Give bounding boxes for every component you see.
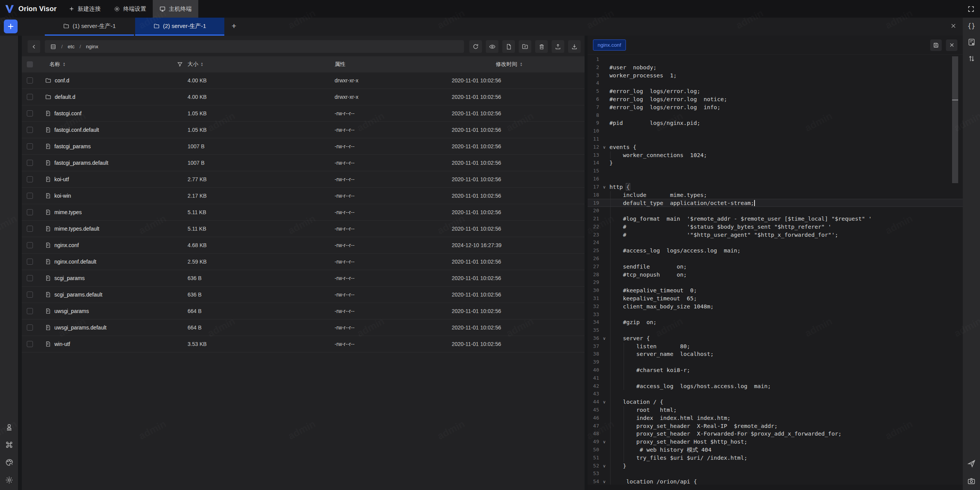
filter-funnel-icon[interactable] [177,61,183,67]
code-line[interactable]: 51 try_files $uri $uri/ /index.html; [588,454,963,462]
menu-host-terminal[interactable]: 主机终端 [153,0,198,18]
file-name-cell[interactable]: nginx.conf.default [39,259,169,265]
toggle-hidden-files-button[interactable] [486,40,498,53]
file-name-cell[interactable]: mime.types.default [39,226,169,232]
fold-chevron-icon[interactable]: ∨ [599,183,609,191]
code-line[interactable]: 19 default_type application/octet-stream… [588,199,963,207]
menu-new-connection[interactable]: 新建连接 [62,0,107,18]
sort-name-carets[interactable]: ▲▼ [63,62,65,67]
open-file-tag[interactable]: nginx.conf [593,39,626,51]
row-checkbox[interactable] [27,324,33,331]
code-line[interactable]: 16 [588,175,963,183]
code-line[interactable]: 25 #access_log logs/access.log main; [588,247,963,255]
code-line[interactable]: 48 proxy_set_header X-Forwarded-For $pro… [588,430,963,438]
code-line[interactable]: 47 proxy_set_header X-Real-IP $remote_ad… [588,422,963,430]
send-command-icon[interactable] [967,459,976,468]
table-row[interactable]: fastcgi_params.default1007 B-rw-r--r--20… [22,155,585,171]
transfer-updown-icon[interactable] [967,54,976,63]
code-line[interactable]: 6#error_log logs/error.log notice; [588,95,963,103]
code-line[interactable]: 54∨ location /orion/api { [588,478,963,485]
table-row[interactable]: uwsgi_params664 B-rw-r--r--2020-11-01 10… [22,303,585,320]
breadcrumb-nginx[interactable]: nginx [86,44,98,49]
table-row[interactable]: koi-win2.17 KB-rw-r--r--2020-11-01 10:02… [22,188,585,204]
file-name-cell[interactable]: fastcgi_params.default [39,160,169,166]
code-line[interactable]: 4 [588,79,963,87]
tab-server-2[interactable]: (2) server-生产-1 [135,18,224,36]
code-line[interactable]: 26 [588,255,963,263]
code-line[interactable]: 9#pid logs/nginx.pid; [588,119,963,127]
code-line[interactable]: 36∨ server { [588,334,963,343]
code-line[interactable]: 46 index index.html index.htm; [588,414,963,422]
code-line[interactable]: 2#user nobody; [588,64,963,72]
file-name-cell[interactable]: win-utf [39,341,169,347]
select-all-checkbox[interactable] [27,61,33,67]
row-checkbox[interactable] [27,226,33,232]
fold-chevron-icon[interactable]: ∨ [599,438,609,446]
table-row[interactable]: scgi_params636 B-rw-r--r--2020-11-01 10:… [22,270,585,287]
fold-chevron-icon[interactable]: ∨ [599,143,609,151]
sort-mtime-carets[interactable]: ▲▼ [520,62,523,67]
row-checkbox[interactable] [27,127,33,133]
tab-server-1[interactable]: (1) server-生产-1 [45,18,134,36]
variables-braces-icon[interactable]: {} [967,22,975,30]
table-row[interactable]: default.d4.00 KBdrwxr-xr-x2020-11-01 10:… [22,89,585,105]
add-tab-button[interactable]: + [232,18,236,34]
code-line[interactable]: 50 # web history 模式 404 [588,446,963,454]
fold-chevron-icon[interactable]: ∨ [599,478,609,485]
editor-hscrollbar[interactable] [588,485,963,490]
editor-scrollbar[interactable] [952,56,958,183]
row-checkbox[interactable] [27,193,33,199]
fold-chevron-icon[interactable]: ∨ [599,334,609,343]
code-line[interactable]: 3worker_processes 1; [588,72,963,80]
code-line[interactable]: 29 [588,279,963,287]
row-checkbox[interactable] [27,110,33,116]
row-checkbox[interactable] [27,242,33,248]
code-line[interactable]: 34 #gzip on; [588,318,963,326]
row-checkbox[interactable] [27,94,33,100]
user-icon[interactable] [5,423,13,431]
delete-button[interactable] [535,40,548,53]
code-line[interactable]: 53 [588,470,963,478]
refresh-button[interactable] [469,40,482,53]
code-line[interactable]: 44∨ location / { [588,398,963,406]
snippet-doc-icon[interactable] [967,38,976,46]
row-checkbox[interactable] [27,308,33,314]
row-checkbox[interactable] [27,259,33,265]
code-line[interactable]: 42 #access_log logs/host.access.log main… [588,382,963,390]
save-button[interactable] [930,39,942,51]
row-checkbox[interactable] [27,209,33,215]
code-line[interactable]: 11 [588,135,963,143]
table-row[interactable]: conf.d4.00 KBdrwxr-xr-x2020-11-01 10:02:… [22,72,585,89]
upload-button[interactable] [552,40,564,53]
file-name-cell[interactable]: fastcgi.conf [39,110,169,116]
code-line[interactable]: 31 keepalive_timeout 65; [588,295,963,303]
code-line[interactable]: 28 #tcp_nopush on; [588,271,963,279]
code-line[interactable]: 49∨ proxy_set_header Host $http_host; [588,438,963,446]
code-line[interactable]: 12∨events { [588,143,963,151]
settings-gear-icon[interactable] [5,476,13,484]
fold-chevron-icon[interactable]: ∨ [599,398,609,406]
sort-size-carets[interactable]: ▲▼ [201,62,203,67]
code-line[interactable]: 8 [588,111,963,120]
code-line[interactable]: 20 [588,207,963,215]
file-name-cell[interactable]: nginx.conf [39,242,169,248]
code-line[interactable]: 38 server_name localhost; [588,350,963,358]
fold-chevron-icon[interactable]: ∨ [599,462,609,470]
back-button[interactable] [28,40,40,53]
file-name-cell[interactable]: default.d [39,94,169,100]
code-line[interactable]: 17∨http { [588,183,963,191]
code-line[interactable]: 41 [588,374,963,382]
row-checkbox[interactable] [27,341,33,347]
table-row[interactable]: nginx.conf4.68 KB-rw-r--r--2024-12-10 16… [22,237,585,254]
code-line[interactable]: 52∨ } [588,462,963,470]
table-row[interactable]: fastcgi.conf1.05 KB-rw-r--r--2020-11-01 … [22,105,585,122]
file-name-cell[interactable]: scgi_params [39,275,169,281]
code-line[interactable]: 18 include mime.types; [588,191,963,199]
table-row[interactable]: win-utf3.53 KB-rw-r--r--2020-11-01 10:02… [22,336,585,352]
file-name-cell[interactable]: fastcgi_params [39,143,169,149]
menu-terminal-settings[interactable]: 终端设置 [107,0,153,18]
file-name-cell[interactable]: conf.d [39,77,169,84]
breadcrumb-etc[interactable]: etc [68,44,75,49]
table-row[interactable]: mime.types.default5.11 KB-rw-r--r--2020-… [22,221,585,237]
code-line[interactable]: 33 [588,311,963,319]
